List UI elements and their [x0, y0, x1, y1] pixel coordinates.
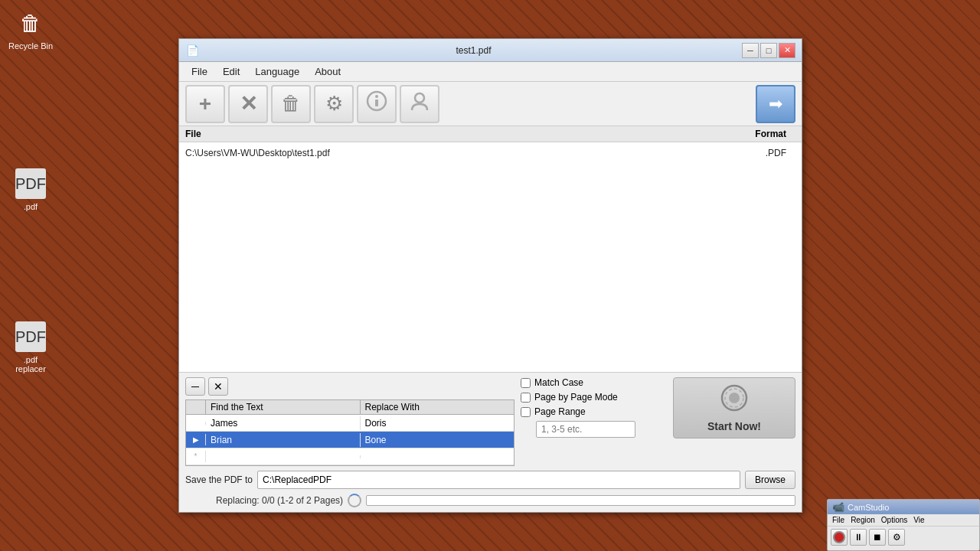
remove-button[interactable]: ✕ [228, 85, 268, 123]
page-range-label[interactable]: Page Range [534, 406, 586, 417]
next-button[interactable]: ➡ [756, 85, 795, 123]
window-app-icon: 📄 [185, 44, 199, 57]
title-bar: 📄 test1.pdf ─ □ ✕ [179, 39, 802, 62]
desktop-icon-pdf[interactable]: PDF .pdf [8, 168, 54, 211]
row-find-1[interactable]: Brian [206, 433, 361, 447]
desktop-icon-pdf-replacer[interactable]: PDF .pdf replacer [8, 321, 54, 373]
replace-table: Find the Text Replace With James Doris ▶… [185, 399, 514, 466]
camstudio-menu-options[interactable]: Options [878, 515, 910, 525]
menu-bar: File Edit Language About [179, 62, 802, 82]
replace-row-new[interactable]: * [186, 448, 514, 465]
table-controls: ─ ✕ [185, 377, 514, 396]
camstudio-title-label: CamStudio [848, 503, 889, 512]
match-case-label[interactable]: Match Case [534, 377, 583, 388]
camstudio-toolbar: ⏸ ⏹ ⚙ [828, 527, 979, 548]
save-row: Save the PDF to Browse [185, 471, 795, 489]
progress-row: Replacing: 0/0 (1-2 of 2 Pages) [185, 494, 795, 507]
delete-button[interactable]: 🗑 [271, 85, 311, 123]
window-controls: ─ □ ✕ [742, 43, 795, 58]
match-case-checkbox[interactable] [521, 378, 531, 388]
add-icon: + [199, 92, 211, 116]
menu-language[interactable]: Language [247, 64, 307, 79]
remove-icon: ✕ [240, 91, 257, 116]
replace-row-0[interactable]: James Doris [186, 415, 514, 432]
camstudio-menu-region[interactable]: Region [848, 515, 878, 525]
row-check-new: * [186, 451, 206, 462]
camstudio-record-button[interactable] [831, 529, 848, 546]
page-by-page-label[interactable]: Page by Page Mode [534, 392, 618, 403]
page-range-row: Page Range [521, 406, 635, 417]
camstudio-window: 📹 CamStudio File Region Options Vie ⏸ ⏹ … [827, 499, 980, 551]
info-icon [366, 90, 387, 117]
camstudio-title-bar: 📹 CamStudio [828, 500, 979, 514]
file-entry-0[interactable]: C:\Users\VM-WU\Desktop\test1.pdf .PDF [185, 145, 795, 161]
pdf-replacer-label: .pdf replacer [15, 355, 46, 373]
window-title: test1.pdf [205, 45, 742, 56]
close-button[interactable]: ✕ [779, 43, 795, 58]
file-format: .PDF [734, 148, 795, 158]
header-find: Find the Text [206, 400, 361, 414]
file-list-header: File Format [179, 126, 802, 142]
options-panel: Match Case Page by Page Mode Page Range [521, 377, 635, 438]
table-minus-button[interactable]: ─ [185, 377, 205, 396]
minimize-button[interactable]: ─ [742, 43, 759, 58]
menu-about[interactable]: About [307, 64, 348, 79]
desktop-icon-recycle[interactable]: 🗑 Recycle Bin [8, 8, 54, 51]
maximize-button[interactable]: □ [760, 43, 777, 58]
pdf-icon: PDF [15, 168, 46, 199]
menu-edit[interactable]: Edit [215, 64, 247, 79]
row-replace-new[interactable] [361, 455, 514, 458]
start-now-icon [720, 384, 748, 417]
replace-table-area: ─ ✕ Find the Text Replace With James Dor… [185, 377, 795, 466]
save-label: Save the PDF to [185, 474, 253, 485]
row-replace-0[interactable]: Doris [361, 416, 514, 430]
gear-icon: ⚙ [325, 92, 343, 116]
recycle-bin-icon: 🗑 [15, 8, 46, 38]
settings-button[interactable]: ⚙ [314, 85, 354, 123]
pause-icon: ⏸ [854, 532, 863, 543]
pdf-label: .pdf [24, 202, 38, 211]
info-button[interactable] [357, 85, 397, 123]
page-by-page-checkbox[interactable] [521, 393, 531, 403]
row-replace-1[interactable]: Bone [361, 433, 514, 447]
row-find-0[interactable]: James [206, 416, 361, 430]
table-close-button[interactable]: ✕ [208, 377, 228, 396]
replace-row-1[interactable]: ▶ Brian Bone [186, 432, 514, 448]
file-list-body: C:\Users\VM-WU\Desktop\test1.pdf .PDF [179, 142, 802, 372]
recycle-bin-label: Recycle Bin [8, 41, 53, 51]
row-check-0 [186, 422, 206, 425]
browse-button[interactable]: Browse [745, 471, 795, 489]
row-find-new[interactable] [206, 455, 361, 458]
camstudio-pause-button[interactable]: ⏸ [850, 529, 867, 546]
pdf-replacer-icon: PDF [15, 321, 46, 352]
save-path-input[interactable] [257, 471, 740, 489]
arrow-right-icon: ➡ [769, 94, 782, 114]
start-now-button[interactable]: Start Now! [673, 377, 795, 439]
camstudio-menu-file[interactable]: File [829, 515, 848, 525]
camstudio-stop-button[interactable]: ⏹ [869, 529, 886, 546]
progress-bar [366, 495, 795, 506]
toolbar: + ✕ 🗑 ⚙ [179, 82, 802, 126]
page-by-page-row: Page by Page Mode [521, 392, 635, 403]
start-now-label: Start Now! [707, 420, 761, 432]
camstudio-menu: File Region Options Vie [828, 514, 979, 527]
svg-point-3 [415, 93, 424, 103]
user-button[interactable] [400, 85, 439, 123]
record-icon [833, 531, 845, 543]
header-file: File [185, 129, 734, 139]
match-case-row: Match Case [521, 377, 635, 388]
svg-point-1 [375, 95, 378, 98]
stop-icon: ⏹ [873, 532, 882, 543]
add-button[interactable]: + [185, 85, 225, 123]
camstudio-menu-view[interactable]: Vie [910, 515, 927, 525]
row-check-1: ▶ [186, 434, 206, 445]
camstudio-settings-button[interactable]: ⚙ [888, 529, 905, 546]
camstudio-icon: 📹 [832, 501, 844, 513]
file-path: C:\Users\VM-WU\Desktop\test1.pdf [185, 148, 734, 158]
page-range-input[interactable] [536, 421, 635, 438]
page-range-checkbox[interactable] [521, 407, 531, 417]
replace-table-header: Find the Text Replace With [186, 400, 514, 415]
bottom-panel: ─ ✕ Find the Text Replace With James Dor… [179, 373, 802, 512]
menu-file[interactable]: File [184, 64, 215, 79]
main-window: 📄 test1.pdf ─ □ ✕ File Edit Language Abo… [178, 38, 802, 513]
